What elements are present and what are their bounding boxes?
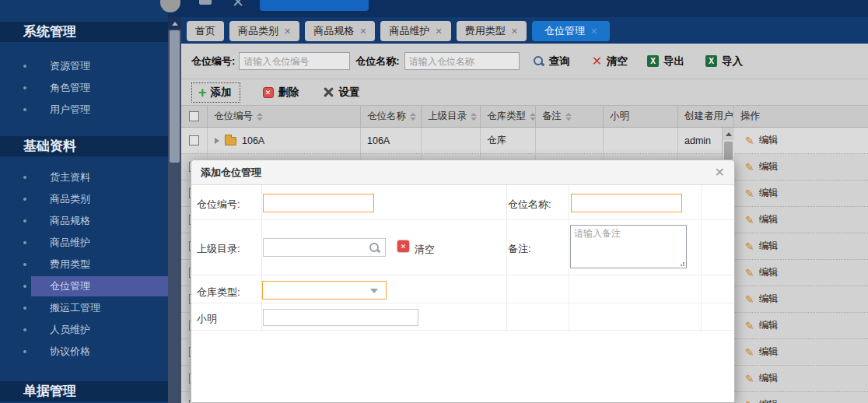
sidebar-item-仓位管理[interactable]: 仓位管理 xyxy=(0,275,168,297)
export-button[interactable]: X 导出 xyxy=(647,54,684,68)
edit-button[interactable]: ✎编辑 xyxy=(745,266,779,279)
sidebar-section-items: 货主资料商品类别商品规格商品维护费用类型仓位管理搬运工管理人员维护协议价格 xyxy=(0,166,168,363)
add-location-dialog: 添加仓位管理 ✕ 仓位编号: 仓位名称: 上级目录: ✕ 清空 备注: 仓库类 xyxy=(191,159,735,403)
edit-button[interactable]: ✎编辑 xyxy=(745,213,779,226)
sort-down-icon xyxy=(257,117,263,121)
edit-label: 编辑 xyxy=(759,134,779,147)
sidebar-item-协议价格[interactable]: 协议价格 xyxy=(0,341,168,363)
edit-button[interactable]: ✎编辑 xyxy=(745,134,779,147)
dialog-note-textarea[interactable] xyxy=(570,225,687,268)
topbar-blue-button[interactable] xyxy=(260,0,369,11)
excel-export-icon: X xyxy=(647,55,659,67)
dialog-xiaoming-input[interactable] xyxy=(263,309,418,326)
sidebar-item-label: 资源管理 xyxy=(50,55,90,77)
minimize-icon[interactable] xyxy=(199,0,212,5)
tab-首页[interactable]: 首页 xyxy=(187,21,224,41)
select-all-header-cell[interactable] xyxy=(181,106,208,127)
sidebar-item-搬运工管理[interactable]: 搬运工管理 xyxy=(0,297,168,319)
sort-down-icon xyxy=(471,117,477,121)
edit-button[interactable]: ✎编辑 xyxy=(745,319,779,332)
dialog-clear-label[interactable]: 清空 xyxy=(415,243,435,257)
search-name-input[interactable] xyxy=(404,52,520,70)
sidebar-item-费用类型[interactable]: 费用类型 xyxy=(0,254,168,275)
dialog-wtype-combo[interactable] xyxy=(262,281,387,300)
sidebar-scrollbar[interactable] xyxy=(168,17,181,403)
edit-button[interactable]: ✎编辑 xyxy=(745,240,779,253)
tab-label: 费用类型 xyxy=(465,21,506,41)
query-button[interactable]: 查询 xyxy=(533,54,570,68)
sidebar-item-人员维护[interactable]: 人员维护 xyxy=(0,319,168,341)
tab-close-icon[interactable]: ✕ xyxy=(435,21,442,41)
cell-actions: ✎编辑 xyxy=(734,180,868,206)
tab-商品维护[interactable]: 商品维护✕ xyxy=(380,21,450,41)
form-grid-line xyxy=(506,185,507,330)
edit-button[interactable]: ✎编辑 xyxy=(745,187,779,200)
app-window: 系统管理资源管理角色管理用户管理基础资料货主资料商品类别商品规格商品维护费用类型… xyxy=(0,0,868,403)
tab-close-icon[interactable]: ✕ xyxy=(284,21,291,41)
edit-button[interactable]: ✎编辑 xyxy=(745,398,779,403)
column-header-上级目录[interactable]: 上级目录 xyxy=(422,106,481,127)
expand-icon[interactable] xyxy=(215,138,219,144)
add-button[interactable]: + 添加 xyxy=(191,82,240,103)
search-icon[interactable] xyxy=(369,242,380,254)
form-grid-line xyxy=(569,185,569,330)
search-code-input[interactable] xyxy=(239,52,350,70)
tab-close-icon[interactable]: ✕ xyxy=(359,21,366,41)
column-header-仓位编号[interactable]: 仓位编号 xyxy=(208,106,361,127)
tab-仓位管理[interactable]: 仓位管理✕ xyxy=(532,21,610,41)
sidebar-item-商品维护[interactable]: 商品维护 xyxy=(0,232,168,254)
dialog-name-input[interactable] xyxy=(571,194,682,212)
sidebar-section-header[interactable]: 单据管理 xyxy=(0,381,168,401)
dialog-header[interactable]: 添加仓位管理 ✕ xyxy=(191,160,734,185)
sidebar-item-货主资料[interactable]: 货主资料 xyxy=(0,166,168,188)
close-icon[interactable]: ✕ xyxy=(232,0,244,11)
column-header-仓位名称[interactable]: 仓位名称 xyxy=(361,106,422,127)
dialog-code-input[interactable] xyxy=(263,194,374,212)
settings-button[interactable]: 设置 xyxy=(323,86,360,100)
row-checkbox[interactable] xyxy=(189,135,199,145)
clear-button[interactable]: ✕ 清空 xyxy=(592,54,628,68)
pencil-icon: ✎ xyxy=(745,346,754,359)
tab-label: 仓位管理 xyxy=(544,21,585,41)
tab-close-icon[interactable]: ✕ xyxy=(590,21,597,41)
sidebar-item-商品规格[interactable]: 商品规格 xyxy=(0,210,168,232)
sidebar-item-用户管理[interactable]: 用户管理 xyxy=(0,99,168,121)
grid-scroll-up-button[interactable] xyxy=(723,128,734,140)
select-all-checkbox[interactable] xyxy=(189,111,199,121)
edit-button[interactable]: ✎编辑 xyxy=(745,345,779,359)
edit-button[interactable]: ✎编辑 xyxy=(745,293,779,306)
sidebar-item-角色管理[interactable]: 角色管理 xyxy=(0,77,168,99)
tab-商品规格[interactable]: 商品规格✕ xyxy=(305,21,375,41)
form-grid-line xyxy=(261,185,262,330)
import-button[interactable]: X 导入 xyxy=(705,54,743,68)
clear-x-icon[interactable]: ✕ xyxy=(397,240,409,252)
column-header-操作: 操作 xyxy=(734,106,868,127)
sidebar-section: 基础资料货主资料商品类别商品规格商品维护费用类型仓位管理搬运工管理人员维护协议价… xyxy=(0,136,168,363)
tab-商品类别[interactable]: 商品类别✕ xyxy=(229,21,299,41)
delete-button[interactable]: ✕ 删除 xyxy=(263,86,299,100)
dialog-close-icon[interactable]: ✕ xyxy=(715,165,725,180)
sidebar-item-商品类别[interactable]: 商品类别 xyxy=(0,188,168,210)
sidebar-section-header[interactable]: 基础资料 xyxy=(0,136,168,156)
tab-close-icon[interactable]: ✕ xyxy=(511,21,518,41)
tab-费用类型[interactable]: 费用类型✕ xyxy=(457,21,527,41)
sidebar-section-header[interactable]: 系统管理 xyxy=(0,22,168,42)
cell-parent xyxy=(422,128,481,153)
sidebar-item-资源管理[interactable]: 资源管理 xyxy=(0,55,168,77)
dialog-parent-label: 上级目录: xyxy=(197,242,240,256)
sort-up-icon xyxy=(565,113,572,116)
bullet-icon xyxy=(23,307,26,310)
edit-button[interactable]: ✎编辑 xyxy=(745,372,779,385)
edit-label: 编辑 xyxy=(759,293,779,306)
column-header-仓库类型[interactable]: 仓库类型 xyxy=(481,106,536,127)
sidebar-item-label: 费用类型 xyxy=(50,254,90,275)
grid-header: 仓位编号仓位名称上级目录仓库类型备注小明创建者用户名操作 xyxy=(181,106,868,128)
edit-button[interactable]: ✎编辑 xyxy=(745,160,779,173)
dialog-parent-combo[interactable] xyxy=(263,238,386,257)
sidebar-scrollbar-thumb[interactable] xyxy=(170,30,180,163)
sidebar-scroll-up-button[interactable] xyxy=(168,17,181,30)
column-label: 仓位名称 xyxy=(367,110,406,123)
chevron-down-icon[interactable] xyxy=(370,289,378,293)
column-header-备注[interactable]: 备注 xyxy=(536,106,604,127)
resize-grip-icon[interactable] xyxy=(680,261,684,266)
